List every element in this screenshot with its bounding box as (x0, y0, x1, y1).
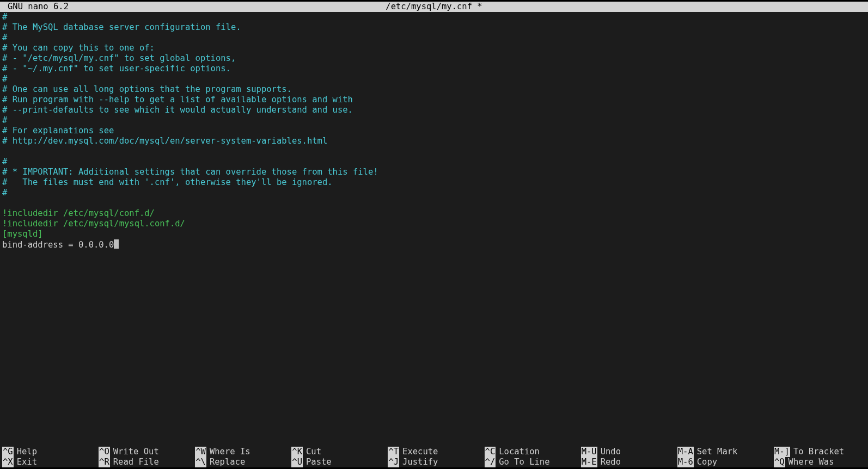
shortcut-key: M-6 (677, 457, 694, 467)
shortcut-key: ^X (2, 457, 14, 467)
shortcut-key: ^Q (774, 457, 785, 467)
editor-line[interactable]: # - "/etc/mysql/my.cnf" to set global op… (0, 53, 868, 64)
line-text: # http://dev.mysql.com/doc/mysql/en/serv… (2, 136, 327, 146)
editor-line[interactable]: !includedir /etc/mysql/conf.d/ (0, 208, 868, 219)
shortcut-cut[interactable]: ^KCut (289, 447, 386, 457)
shortcut-where-is[interactable]: ^WWhere Is (193, 447, 289, 457)
shortcut-label: Copy (697, 457, 717, 467)
shortcut-key: ^K (291, 447, 303, 457)
shortcut-label: Set Mark (697, 447, 738, 457)
cursor (114, 239, 119, 249)
shortcut-key: ^R (99, 457, 110, 467)
shortcut-label: Paste (306, 457, 332, 467)
line-text: # The MySQL database server configuratio… (2, 22, 241, 32)
shortcut-help[interactable]: ^GHelp (0, 447, 96, 457)
shortcut-key: ^C (485, 447, 496, 457)
shortcut-where-was[interactable]: ^QWhere Was (772, 457, 868, 467)
editor-line[interactable]: # For explanations see (0, 126, 868, 136)
shortcut-key: ^G (2, 447, 14, 457)
shortcut-label: Replace (210, 457, 245, 467)
shortcut-key: ^/ (485, 457, 496, 467)
editor-line[interactable]: # The MySQL database server configuratio… (0, 22, 868, 33)
shortcut-label: Exit (17, 457, 37, 467)
shortcut-execute[interactable]: ^TExecute (386, 447, 482, 457)
shortcut-undo[interactable]: M-UUndo (579, 447, 675, 457)
editor-line[interactable]: !includedir /etc/mysql/mysql.conf.d/ (0, 219, 868, 229)
shortcut-label: Where Was (788, 457, 834, 467)
shortcut-label: Where Is (210, 447, 250, 457)
shortcut-exit[interactable]: ^XExit (0, 457, 96, 467)
shortcut-key: M-] (774, 447, 790, 457)
shortcut-to-bracket[interactable]: M-]To Bracket (772, 447, 868, 457)
line-text: # (2, 188, 7, 198)
editor-area[interactable]: ## The MySQL database server configurati… (0, 12, 868, 447)
editor-line[interactable]: # (0, 12, 868, 22)
shortcut-bar: ^GHelp^OWrite Out^WWhere Is^KCut^TExecut… (0, 447, 868, 467)
line-text: # (2, 115, 7, 125)
editor-line[interactable]: # * IMPORTANT: Additional settings that … (0, 167, 868, 177)
editor-line[interactable]: [mysqld] (0, 229, 868, 239)
shortcut-key: M-U (581, 447, 597, 457)
editor-line[interactable]: # (0, 157, 868, 167)
shortcut-label: Undo (601, 447, 621, 457)
shortcut-replace[interactable]: ^\Replace (193, 457, 289, 467)
editor-line[interactable]: # (0, 74, 868, 84)
editor-line[interactable]: # (0, 188, 868, 198)
line-text: # The files must end with '.cnf', otherw… (2, 177, 333, 187)
line-text: # - "/etc/mysql/my.cnf" to set global op… (2, 53, 236, 63)
editor-line[interactable]: # http://dev.mysql.com/doc/mysql/en/serv… (0, 136, 868, 146)
line-text: # * IMPORTANT: Additional settings that … (2, 167, 378, 177)
shortcut-label: Location (499, 447, 540, 457)
editor-line[interactable]: # One can use all long options that the … (0, 84, 868, 95)
shortcut-label: Cut (306, 447, 321, 457)
editor-line[interactable]: # (0, 33, 868, 43)
shortcut-key: ^T (388, 447, 399, 457)
line-text: # (2, 74, 7, 84)
shortcut-write-out[interactable]: ^OWrite Out (96, 447, 193, 457)
editor-line[interactable] (0, 146, 868, 157)
editor-line[interactable]: # Run program with --help to get a list … (0, 95, 868, 105)
shortcut-paste[interactable]: ^UPaste (289, 457, 386, 467)
editor-line[interactable] (0, 198, 868, 208)
shortcut-label: Execute (402, 447, 438, 457)
shortcut-key: ^J (388, 457, 399, 467)
shortcut-read-file[interactable]: ^RRead File (96, 457, 193, 467)
line-text: # (2, 33, 7, 42)
shortcut-label: To Bracket (793, 447, 844, 457)
shortcut-label: Help (17, 447, 37, 457)
editor-line[interactable]: # The files must end with '.cnf', otherw… (0, 177, 868, 188)
editor-line[interactable]: # (0, 115, 868, 126)
line-text: # You can copy this to one of: (2, 43, 155, 53)
editor-line[interactable]: # --print-defaults to see which it would… (0, 105, 868, 115)
shortcut-copy[interactable]: M-6Copy (675, 457, 772, 467)
shortcut-redo[interactable]: M-ERedo (579, 457, 675, 467)
line-text: # (2, 157, 7, 166)
nano-screen: GNU nano 6.2 /etc/mysql/my.cnf * ## The … (0, 0, 868, 469)
title-bar: GNU nano 6.2 /etc/mysql/my.cnf * (0, 2, 868, 12)
shortcut-location[interactable]: ^CLocation (482, 447, 579, 457)
file-name: /etc/mysql/my.cnf * (386, 2, 482, 12)
shortcut-label: Go To Line (499, 457, 549, 467)
shortcut-justify[interactable]: ^JJustify (386, 457, 482, 467)
shortcut-key: ^U (291, 457, 303, 467)
line-text: !includedir /etc/mysql/conf.d/ (2, 208, 155, 218)
line-text: # Run program with --help to get a list … (2, 95, 353, 104)
shortcut-key: ^W (195, 447, 206, 457)
line-text: bind-address = 0.0.0.0 (2, 240, 114, 250)
editor-line[interactable]: # You can copy this to one of: (0, 43, 868, 53)
line-text: [mysqld] (2, 229, 43, 239)
editor-line[interactable]: bind-address = 0.0.0.0 (0, 239, 868, 250)
line-text: # (2, 12, 7, 22)
shortcut-key: M-E (581, 457, 597, 467)
shortcut-label: Justify (402, 457, 438, 467)
line-text: !includedir /etc/mysql/mysql.conf.d/ (2, 219, 185, 229)
shortcut-key: ^O (99, 447, 110, 457)
shortcut-label: Redo (601, 457, 621, 467)
shortcut-key: ^\ (195, 457, 206, 467)
shortcut-key: M-A (677, 447, 694, 457)
shortcut-go-to-line[interactable]: ^/Go To Line (482, 457, 579, 467)
shortcut-set-mark[interactable]: M-ASet Mark (675, 447, 772, 457)
shortcut-label: Read File (113, 457, 159, 467)
editor-line[interactable]: # - "~/.my.cnf" to set user-specific opt… (0, 64, 868, 74)
shortcut-label: Write Out (113, 447, 159, 457)
